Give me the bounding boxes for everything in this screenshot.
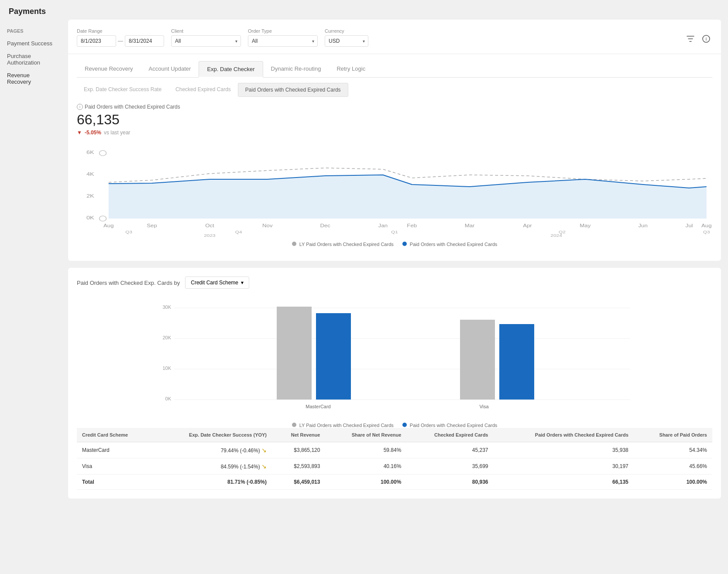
date-start-input[interactable] bbox=[77, 35, 116, 47]
sidebar-item-purchase-authorization[interactable]: Purchase Authorization bbox=[0, 50, 61, 69]
row-1-paid-orders: 30,197 bbox=[493, 458, 633, 475]
tab-revenue-recovery[interactable]: Revenue Recovery bbox=[77, 61, 141, 78]
order-type-label: Order Type bbox=[248, 28, 318, 34]
table-header-row: Credit Card Scheme Exp. Date Checker Suc… bbox=[77, 428, 712, 442]
info-icon-btn[interactable]: i bbox=[700, 33, 712, 47]
content-area: Date Range — Client All bbox=[61, 20, 728, 574]
bar-chart-area: 30K 20K 10K 0K Mast bbox=[77, 296, 712, 428]
bar-section-header: Paid Orders with Checked Exp. Cards by C… bbox=[77, 277, 712, 289]
svg-text:20K: 20K bbox=[162, 335, 171, 340]
row-0-paid-orders: 35,938 bbox=[493, 442, 633, 458]
main-tabs-row: Revenue Recovery Account Updater Exp. Da… bbox=[77, 61, 712, 78]
client-filter: Client All bbox=[171, 28, 241, 47]
row-0-share-paid: 54.34% bbox=[634, 442, 712, 458]
chevron-down-icon: ▾ bbox=[241, 280, 244, 286]
svg-text:Sep: Sep bbox=[147, 223, 157, 228]
svg-text:0K: 0K bbox=[86, 215, 94, 221]
row-0-checked: 45,237 bbox=[406, 442, 493, 458]
metric-info-icon[interactable]: i bbox=[77, 104, 83, 110]
row-1-share-net: 40.16% bbox=[325, 458, 406, 475]
ly-legend-item: LY Paid Orders with Checked Expired Card… bbox=[292, 242, 394, 247]
filter-icon-btn[interactable] bbox=[684, 33, 697, 47]
bottom-panel: Paid Orders with Checked Exp. Cards by C… bbox=[68, 268, 721, 499]
row-0-share-net: 59.84% bbox=[325, 442, 406, 458]
svg-text:May: May bbox=[580, 223, 591, 228]
change-arrow-icon: ▼ bbox=[77, 130, 82, 136]
bar-chart-legend: LY Paid Orders with Checked Expired Card… bbox=[77, 423, 712, 428]
bar-current-legend-dot bbox=[402, 423, 407, 427]
col-header-paid-orders: Paid Orders with Checked Expired Cards bbox=[493, 428, 633, 442]
svg-text:2K: 2K bbox=[86, 193, 94, 199]
date-end-input[interactable] bbox=[125, 35, 164, 47]
sidebar-section-label: Pages bbox=[0, 27, 61, 37]
svg-text:Visa: Visa bbox=[479, 404, 489, 409]
client-select[interactable]: All bbox=[171, 35, 241, 47]
tab-account-updater[interactable]: Account Updater bbox=[141, 61, 199, 78]
row-1-checked: 35,699 bbox=[406, 458, 493, 475]
svg-text:Q4: Q4 bbox=[235, 229, 242, 234]
metric-label: i Paid Orders with Checked Expired Cards bbox=[77, 104, 712, 110]
svg-text:Jun: Jun bbox=[638, 223, 647, 228]
svg-text:Mar: Mar bbox=[465, 223, 475, 228]
svg-text:Q3: Q3 bbox=[703, 229, 710, 234]
svg-text:Aug: Aug bbox=[701, 223, 712, 228]
currency-label: Currency bbox=[325, 28, 368, 34]
row-1-revenue: $2,593,893 bbox=[272, 458, 325, 475]
tab-retry-logic[interactable]: Retry Logic bbox=[329, 61, 373, 78]
sub-tab-checked-expired[interactable]: Checked Expired Cards bbox=[168, 83, 238, 97]
top-panel: Date Range — Client All bbox=[68, 20, 721, 261]
svg-text:Jul: Jul bbox=[686, 223, 693, 228]
row-0-success: 79.44% (-0.46%) ↘ bbox=[153, 442, 272, 458]
currency-filter: Currency USD bbox=[325, 28, 368, 47]
col-header-share-net: Share of Net Revenue bbox=[325, 428, 406, 442]
svg-text:Jan: Jan bbox=[378, 223, 388, 228]
totals-share-net: 100.00% bbox=[325, 475, 406, 490]
mastercard-trend-icon: ↘ bbox=[261, 447, 267, 454]
sub-tab-paid-orders[interactable]: Paid Orders with Checked Expired Cards bbox=[238, 83, 348, 97]
order-type-select[interactable]: All bbox=[248, 35, 318, 47]
date-input-group: — bbox=[77, 35, 164, 47]
tab-dynamic-rerouting[interactable]: Dynamic Re-routing bbox=[263, 61, 329, 78]
order-type-select-wrapper: All bbox=[248, 35, 318, 47]
svg-text:30K: 30K bbox=[162, 304, 171, 310]
main-layout: Pages Payment Success Purchase Authoriza… bbox=[0, 20, 728, 574]
svg-text:Oct: Oct bbox=[205, 223, 214, 228]
svg-text:4K: 4K bbox=[86, 171, 94, 177]
sidebar-item-revenue-recovery[interactable]: Revenue Recovery bbox=[0, 69, 61, 88]
metric-section: i Paid Orders with Checked Expired Cards… bbox=[77, 104, 712, 136]
data-table: Credit Card Scheme Exp. Date Checker Suc… bbox=[77, 428, 712, 490]
metric-change-pct: -5.05% bbox=[85, 130, 101, 136]
line-chart-svg: 6K 4K 2K 0K Aug bbox=[77, 141, 712, 237]
col-header-checked-expired: Checked Expired Cards bbox=[406, 428, 493, 442]
visa-trend-icon: ↘ bbox=[261, 463, 267, 470]
sub-tabs-row: Exp. Date Checker Success Rate Checked E… bbox=[77, 78, 712, 97]
totals-success: 81.71% (-0.85%) bbox=[153, 475, 272, 490]
mastercard-ly-bar bbox=[277, 307, 312, 400]
totals-scheme: Total bbox=[77, 475, 153, 490]
svg-text:MasterCard: MasterCard bbox=[306, 404, 330, 409]
credit-card-scheme-dropdown[interactable]: Credit Card Scheme ▾ bbox=[185, 277, 249, 289]
current-legend-dot bbox=[402, 242, 407, 246]
svg-text:2023: 2023 bbox=[204, 233, 216, 237]
client-select-wrapper: All bbox=[171, 35, 241, 47]
tab-exp-date-checker[interactable]: Exp. Date Checker bbox=[199, 61, 263, 78]
svg-point-7 bbox=[100, 216, 106, 221]
metric-change: ▼ -5.05% vs last year bbox=[77, 130, 712, 136]
svg-text:6K: 6K bbox=[86, 150, 94, 155]
mastercard-current-bar bbox=[316, 313, 351, 400]
table-totals-row: Total 81.71% (-0.85%) $6,459,013 100.00%… bbox=[77, 475, 712, 490]
sidebar-item-payment-success[interactable]: Payment Success bbox=[0, 37, 61, 50]
svg-text:0K: 0K bbox=[165, 396, 172, 401]
svg-text:10K: 10K bbox=[162, 366, 171, 371]
col-header-success-yoy: Exp. Date Checker Success (YOY) bbox=[153, 428, 272, 442]
sub-tab-success-rate[interactable]: Exp. Date Checker Success Rate bbox=[77, 83, 168, 97]
date-range-filter: Date Range — bbox=[77, 28, 164, 47]
svg-text:Nov: Nov bbox=[262, 223, 273, 228]
filters-row: Date Range — Client All bbox=[77, 28, 712, 47]
app-container: Payments Pages Payment Success Purchase … bbox=[0, 0, 728, 574]
client-label: Client bbox=[171, 28, 241, 34]
row-1-share-paid: 45.66% bbox=[634, 458, 712, 475]
date-range-label: Date Range bbox=[77, 28, 164, 34]
currency-select[interactable]: USD bbox=[325, 35, 368, 47]
table-row: MasterCard 79.44% (-0.46%) ↘ $3,865,120 … bbox=[77, 442, 712, 458]
